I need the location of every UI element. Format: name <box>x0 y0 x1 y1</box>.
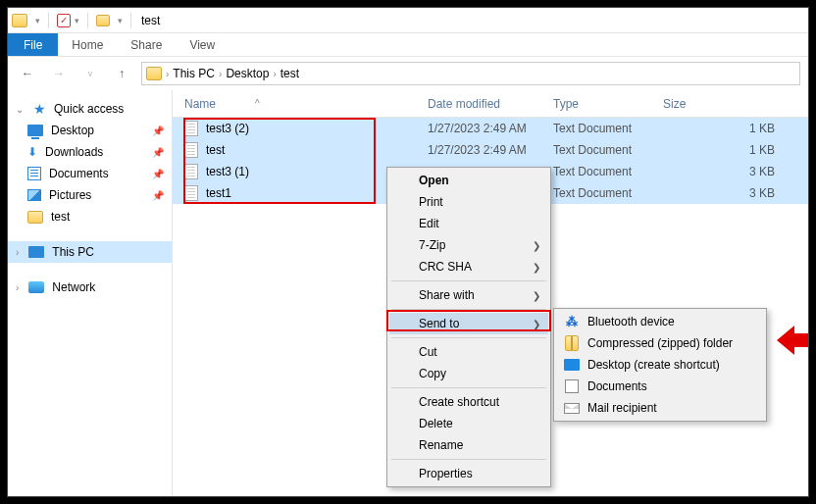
zip-icon <box>565 335 579 351</box>
ribbon: File Home Share View <box>8 33 808 57</box>
ctx-shortcut[interactable]: Create shortcut <box>389 391 548 413</box>
desktop-icon <box>27 125 43 136</box>
file-size: 3 KB <box>663 186 808 200</box>
ctx-edit[interactable]: Edit <box>389 213 548 234</box>
ctx-print[interactable]: Print <box>389 191 548 213</box>
chevron-right-icon[interactable]: › <box>273 69 276 79</box>
sendto-documents[interactable]: Documents <box>556 376 764 397</box>
breadcrumb-desktop[interactable]: Desktop <box>226 67 269 80</box>
pictures-icon <box>27 189 41 201</box>
sendto-submenu: ⁂ Bluetooth device Compressed (zipped) f… <box>553 308 767 422</box>
file-name: test <box>206 143 225 157</box>
sidebar-test[interactable]: test <box>8 206 172 227</box>
file-date: 1/27/2023 2:49 AM <box>428 122 553 135</box>
pin-icon: 📌 <box>152 147 164 158</box>
explorer-window: ▾ ✓ ▾ ▾ test File Home Share View ← → v … <box>7 7 809 497</box>
chevron-right-icon: ❯ <box>533 240 540 251</box>
forward-button[interactable]: → <box>47 62 71 85</box>
column-label: Name <box>184 97 216 111</box>
separator <box>391 387 546 388</box>
ctx-sendto[interactable]: Send to❯ <box>389 313 548 334</box>
recent-dropdown-icon[interactable]: v <box>78 62 102 85</box>
sidebar-documents[interactable]: Documents 📌 <box>8 163 172 184</box>
view-tab[interactable]: View <box>176 33 229 56</box>
quick-access-toolbar: ▾ ✓ ▾ ▾ <box>35 13 123 28</box>
sidebar: ⌄ ★ Quick access Desktop 📌 ⬇ Downloads 📌… <box>8 90 173 496</box>
file-date: 1/27/2023 2:49 AM <box>428 143 553 157</box>
separator <box>391 459 546 460</box>
sendto-bluetooth[interactable]: ⁂ Bluetooth device <box>556 311 764 332</box>
file-tab[interactable]: File <box>8 33 58 56</box>
sendto-mail[interactable]: Mail recipient <box>556 397 764 419</box>
bluetooth-icon: ⁂ <box>564 314 580 329</box>
chevron-icon: › <box>16 282 19 293</box>
file-row[interactable]: test3 (2) 1/27/2023 2:49 AM Text Documen… <box>173 118 808 139</box>
sidebar-quick-access[interactable]: ⌄ ★ Quick access <box>8 98 172 120</box>
home-tab[interactable]: Home <box>58 33 117 56</box>
ctx-label: Share with <box>419 288 475 302</box>
qat-dropdown2-icon[interactable]: ▾ <box>75 16 79 25</box>
sidebar-downloads[interactable]: ⬇ Downloads 📌 <box>8 141 172 163</box>
file-list: Name ^ Date modified Type Size test3 (2)… <box>173 90 808 496</box>
ctx-share[interactable]: Share with❯ <box>389 284 548 306</box>
ctx-crc[interactable]: CRC SHA❯ <box>389 256 548 277</box>
up-button[interactable]: ↑ <box>110 62 133 85</box>
folder-icon <box>12 14 27 27</box>
ctx-delete[interactable]: Delete <box>389 413 548 434</box>
ctx-cut[interactable]: Cut <box>389 341 548 363</box>
back-button[interactable]: ← <box>16 62 39 85</box>
sidebar-thispc[interactable]: › This PC <box>8 241 172 263</box>
ctx-properties[interactable]: Properties <box>389 463 548 484</box>
sidebar-pictures[interactable]: Pictures 📌 <box>8 184 172 206</box>
column-date[interactable]: Date modified <box>428 97 553 111</box>
address-bar: ← → v ↑ › This PC › Desktop › test <box>8 57 808 90</box>
text-file-icon <box>184 121 198 136</box>
submenu-label: Desktop (create shortcut) <box>587 358 720 372</box>
sendto-desktop[interactable]: Desktop (create shortcut) <box>556 354 764 376</box>
ctx-7zip[interactable]: 7-Zip❯ <box>389 234 548 256</box>
sendto-compressed[interactable]: Compressed (zipped) folder <box>556 332 764 354</box>
documents-icon <box>565 379 579 393</box>
qat-dropdown3-icon[interactable]: ▾ <box>118 16 123 25</box>
qat-dropdown-icon[interactable]: ▾ <box>35 16 40 25</box>
column-type[interactable]: Type <box>553 97 663 111</box>
file-row[interactable]: test 1/27/2023 2:49 AM Text Document 1 K… <box>173 139 808 161</box>
sidebar-item-label: Network <box>52 280 95 294</box>
breadcrumb[interactable]: › This PC › Desktop › test <box>141 62 800 85</box>
chevron-right-icon[interactable]: › <box>166 69 169 79</box>
qat-folder-icon[interactable] <box>96 15 110 26</box>
ctx-copy[interactable]: Copy <box>389 363 548 384</box>
sidebar-item-label: Downloads <box>45 145 103 159</box>
file-name: test1 <box>206 186 231 200</box>
chevron-right-icon: ❯ <box>533 319 540 329</box>
text-file-icon <box>184 142 198 158</box>
chevron-icon: › <box>16 247 19 258</box>
breadcrumb-thispc[interactable]: This PC <box>173 67 215 80</box>
window-title: test <box>141 14 160 27</box>
pin-icon: 📌 <box>152 126 164 136</box>
column-name[interactable]: Name ^ <box>184 97 428 111</box>
chevron-right-icon: ❯ <box>533 290 540 301</box>
text-file-icon <box>184 164 198 179</box>
share-tab[interactable]: Share <box>117 33 176 56</box>
file-name: test3 (1) <box>206 165 249 178</box>
column-size[interactable]: Size <box>663 97 808 111</box>
thispc-icon <box>28 246 44 258</box>
mail-icon <box>564 403 580 414</box>
chevron-right-icon[interactable]: › <box>219 69 222 79</box>
breadcrumb-folder-icon <box>146 67 162 80</box>
sidebar-network[interactable]: › Network <box>8 277 172 298</box>
file-type: Text Document <box>553 122 663 135</box>
file-type: Text Document <box>553 186 663 200</box>
text-file-icon <box>184 185 198 201</box>
qat-properties-icon[interactable]: ✓ <box>57 14 71 27</box>
ctx-rename[interactable]: Rename <box>389 434 548 456</box>
breadcrumb-test[interactable]: test <box>280 67 299 80</box>
body: ⌄ ★ Quick access Desktop 📌 ⬇ Downloads 📌… <box>8 90 808 496</box>
pin-icon: 📌 <box>152 190 164 201</box>
sidebar-desktop[interactable]: Desktop 📌 <box>8 120 172 141</box>
chevron-icon: ⌄ <box>16 104 24 115</box>
ctx-label: Open <box>419 174 449 187</box>
ctx-open[interactable]: Open <box>389 170 548 191</box>
context-menu: Open Print Edit 7-Zip❯ CRC SHA❯ Share wi… <box>386 167 551 487</box>
